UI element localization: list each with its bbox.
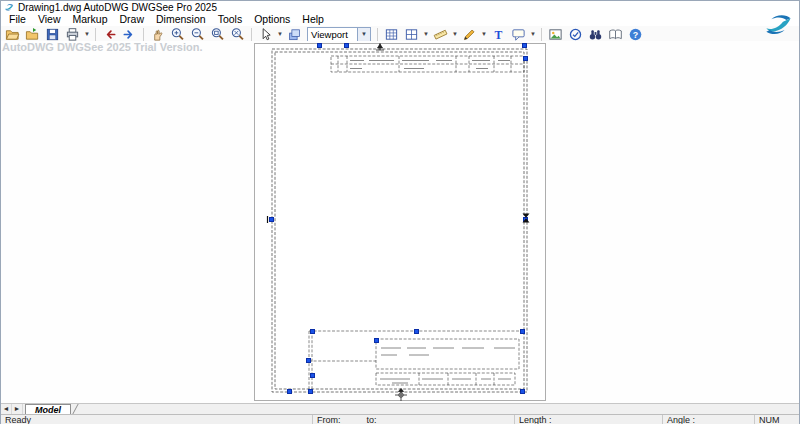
selection-grip[interactable] bbox=[344, 43, 349, 48]
callout-icon bbox=[511, 27, 526, 42]
next-markup-button[interactable] bbox=[120, 26, 139, 42]
stamp-icon bbox=[568, 27, 583, 42]
tab-slant-divider bbox=[72, 404, 78, 414]
ruler-icon bbox=[433, 27, 448, 42]
select-dropdown[interactable]: ▼ bbox=[276, 26, 284, 42]
app-icon bbox=[4, 3, 14, 12]
menu-view[interactable]: View bbox=[32, 13, 67, 26]
selection-grip[interactable] bbox=[520, 329, 525, 334]
zoom-in-icon bbox=[170, 27, 185, 42]
image-icon bbox=[548, 27, 563, 42]
midpoint-marker-right bbox=[522, 213, 530, 223]
layers-button[interactable] bbox=[285, 26, 304, 42]
book-icon bbox=[608, 27, 623, 42]
sheet-tab-bar: ◄ ► Model bbox=[1, 403, 799, 414]
help-button[interactable]: ? bbox=[626, 26, 645, 42]
viewport-select[interactable]: Viewport ▼ bbox=[307, 27, 371, 42]
menu-options[interactable]: Options bbox=[248, 13, 296, 26]
compare-button[interactable] bbox=[606, 26, 625, 42]
callout-button[interactable] bbox=[509, 26, 528, 42]
previous-markup-button[interactable] bbox=[100, 26, 119, 42]
toolbar-separator bbox=[95, 28, 96, 41]
tab-scroll-right-button[interactable]: ► bbox=[12, 404, 23, 414]
zoom-window-button[interactable] bbox=[208, 26, 227, 42]
window-title: Drawing1.dwg AutoDWG DWGSee Pro 2025 bbox=[18, 2, 217, 13]
stamp-button[interactable] bbox=[566, 26, 585, 42]
text-tool-icon: T bbox=[491, 27, 506, 42]
print-button[interactable] bbox=[63, 26, 82, 42]
layers-icon bbox=[287, 27, 302, 42]
selection-grip[interactable] bbox=[317, 43, 322, 48]
tile-windows-dropdown[interactable]: ▼ bbox=[422, 26, 430, 42]
selection-grip[interactable] bbox=[374, 338, 379, 343]
find-button[interactable] bbox=[586, 26, 605, 42]
zoom-in-button[interactable] bbox=[168, 26, 187, 42]
toolbar-separator bbox=[143, 28, 144, 41]
toolbar-separator bbox=[541, 28, 542, 41]
text-tool-button[interactable]: T bbox=[489, 26, 508, 42]
viewport-select-value: Viewport bbox=[308, 28, 357, 41]
pencil-icon bbox=[462, 27, 477, 42]
measure-button[interactable] bbox=[431, 26, 450, 42]
selection-grip[interactable] bbox=[306, 358, 311, 363]
pan-hand-icon bbox=[150, 27, 165, 42]
pan-button[interactable] bbox=[148, 26, 167, 42]
menu-bar: File View Markup Draw Dimension Tools Op… bbox=[1, 13, 799, 26]
status-num-lock: NUM bbox=[755, 415, 797, 424]
marker-pen-dropdown[interactable]: ▼ bbox=[480, 26, 488, 42]
menu-tools[interactable]: Tools bbox=[212, 13, 249, 26]
tile-windows-button[interactable] bbox=[402, 26, 421, 42]
menu-dimension[interactable]: Dimension bbox=[150, 13, 212, 26]
selection-grip[interactable] bbox=[414, 329, 419, 334]
open-from-folder-button[interactable] bbox=[23, 26, 42, 42]
open-button[interactable] bbox=[3, 26, 22, 42]
application-window: Drawing1.dwg AutoDWG DWGSee Pro 2025 Fil… bbox=[0, 0, 800, 424]
title-bar: Drawing1.dwg AutoDWG DWGSee Pro 2025 bbox=[1, 1, 799, 13]
status-to-label: to: bbox=[367, 415, 377, 424]
viewport-select-arrow-icon[interactable]: ▼ bbox=[357, 28, 370, 41]
midpoint-marker-left bbox=[265, 216, 270, 223]
selection-grip[interactable] bbox=[287, 389, 292, 394]
selection-grip[interactable] bbox=[310, 329, 315, 334]
svg-text:?: ? bbox=[633, 29, 638, 39]
selection-grip[interactable] bbox=[523, 56, 528, 61]
status-angle: Angle : bbox=[663, 415, 755, 424]
open-folder-icon bbox=[5, 27, 20, 42]
arrow-right-icon bbox=[122, 27, 137, 42]
selection-grip[interactable] bbox=[310, 373, 315, 378]
marker-pen-button[interactable] bbox=[460, 26, 479, 42]
viewports-grid-button[interactable] bbox=[382, 26, 401, 42]
zoom-window-icon bbox=[210, 27, 225, 42]
export-image-button[interactable] bbox=[546, 26, 565, 42]
selection-grip[interactable] bbox=[308, 389, 313, 394]
save-button[interactable] bbox=[43, 26, 62, 42]
binoculars-icon bbox=[588, 27, 603, 42]
toolbar-separator bbox=[251, 28, 252, 41]
dwgsee-logo bbox=[763, 13, 793, 37]
menu-markup[interactable]: Markup bbox=[67, 13, 114, 26]
selection-grip[interactable] bbox=[520, 389, 525, 394]
zoom-extents-button[interactable] bbox=[228, 26, 247, 42]
status-length: Length : bbox=[515, 415, 663, 424]
folder-import-icon bbox=[25, 27, 40, 42]
menu-help[interactable]: Help bbox=[296, 13, 330, 26]
save-icon bbox=[45, 27, 60, 42]
menu-file[interactable]: File bbox=[3, 13, 32, 26]
svg-text:T: T bbox=[495, 28, 503, 41]
selection-grip[interactable] bbox=[522, 43, 527, 48]
zoom-out-button[interactable] bbox=[188, 26, 207, 42]
measure-dropdown[interactable]: ▼ bbox=[451, 26, 459, 42]
tab-model[interactable]: Model bbox=[25, 404, 71, 414]
tab-scroll-left-button[interactable]: ◄ bbox=[1, 404, 12, 414]
zoom-out-icon bbox=[190, 27, 205, 42]
select-button[interactable] bbox=[256, 26, 275, 42]
tile-windows-icon bbox=[404, 27, 419, 42]
callout-dropdown[interactable]: ▼ bbox=[529, 26, 537, 42]
menu-draw[interactable]: Draw bbox=[114, 13, 151, 26]
print-dropdown[interactable]: ▼ bbox=[83, 26, 91, 42]
toolbar-separator bbox=[377, 28, 378, 41]
drawing-canvas[interactable]: AutoDWG DWGSee 2025 Trial Version. bbox=[1, 41, 799, 403]
help-icon: ? bbox=[628, 27, 643, 42]
zoom-extents-icon bbox=[230, 27, 245, 42]
status-bar: Ready From: to: Length : Angle : NUM bbox=[1, 414, 799, 424]
